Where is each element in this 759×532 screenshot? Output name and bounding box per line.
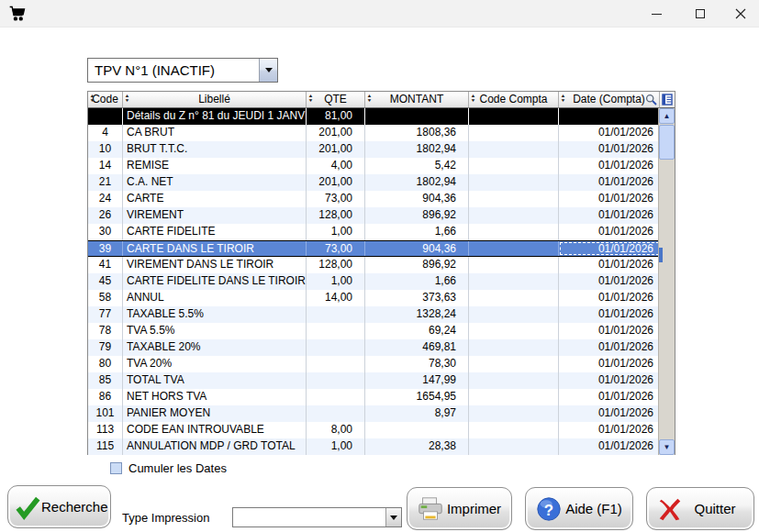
table-row[interactable]: 39CARTE DANS LE TIROIR73,00904,3601/01/2… [88, 240, 660, 257]
column-header-code[interactable]: Code [88, 92, 123, 108]
table-row[interactable]: 58ANNUL14,00373,6301/01/2026 [88, 290, 660, 306]
table-header: CodeLibelléQTEMONTANTCode ComptaDate (Co… [88, 92, 675, 108]
imprimer-button[interactable]: Imprimer [407, 487, 512, 530]
cell-code_compta [469, 141, 559, 158]
cell-libelle: CODE EAN INTROUVABLE [123, 422, 307, 438]
cell-code: 58 [88, 290, 123, 306]
cell-libelle: CA BRUT [123, 125, 307, 141]
cell-qte [307, 339, 365, 356]
cell-montant: 1802,94 [365, 174, 469, 191]
cell-date_compta: 01/01/2026 [559, 422, 660, 438]
cell-code: 26 [88, 207, 123, 224]
scroll-up-button[interactable]: ▲ [659, 108, 675, 124]
cell-code: 24 [88, 191, 123, 207]
cell-libelle: CARTE [123, 191, 307, 207]
cell-montant: 896,92 [365, 207, 469, 224]
column-header-code_compta[interactable]: Code Compta [469, 92, 559, 108]
cell-libelle: PANIER MOYEN [123, 405, 307, 422]
table-row[interactable]: 85TOTAL TVA147,9901/01/2026 [88, 372, 660, 389]
cell-qte [307, 372, 365, 389]
cell-code_compta [469, 125, 559, 141]
cell-montant: 1808,36 [365, 125, 469, 141]
type-impression-label: Type Impression [122, 511, 209, 525]
quit-x-icon [656, 495, 684, 523]
cell-qte [307, 356, 365, 372]
vertical-scrollbar[interactable]: ▲ ▼ [658, 108, 675, 455]
table-row[interactable]: 79TAXABLE 20%469,8101/01/2026 [88, 339, 660, 356]
cell-qte: 73,00 [307, 191, 365, 207]
table-row[interactable]: 14REMISE4,005,4201/01/2026 [88, 158, 660, 174]
cell-code: 115 [88, 438, 123, 455]
table-row[interactable]: 26VIREMENT128,00896,9201/01/2026 [88, 207, 660, 224]
column-header-qte[interactable]: QTE [307, 92, 365, 108]
column-header-libelle[interactable]: Libellé [123, 92, 307, 108]
table-row[interactable]: 41VIREMENT DANS LE TIROIR128,00896,9201/… [88, 257, 660, 273]
cell-libelle: TOTAL TVA [123, 372, 307, 389]
table-row[interactable]: 24CARTE73,00904,3601/01/2026 [88, 191, 660, 207]
cell-qte: 8,00 [307, 422, 365, 438]
table-row[interactable]: 77TAXABLE 5.5%1328,2401/01/2026 [88, 306, 660, 323]
cell-code_compta [469, 158, 559, 174]
cell-code_compta [469, 323, 559, 339]
cell-date_compta: 01/01/2026 [559, 273, 660, 290]
close-button[interactable] [725, 0, 756, 28]
table-row[interactable]: 30CARTE FIDELITE1,001,6601/01/2026 [88, 224, 660, 240]
cell-montant: 28,38 [365, 438, 469, 455]
cell-code: 77 [88, 306, 123, 323]
table-row[interactable]: 101PANIER MOYEN8,9701/01/2026 [88, 405, 660, 422]
cell-montant: 8,97 [365, 405, 469, 422]
cell-code: 78 [88, 323, 123, 339]
minimize-button[interactable] [641, 0, 672, 28]
cell-libelle: TAXABLE 20% [123, 339, 307, 356]
table-row[interactable]: 115ANNULATION MDP / GRD TOTAL1,0028,3801… [88, 438, 660, 455]
recherche-button[interactable]: Recherche [7, 485, 111, 528]
cumuler-dates-label: Cumuler les Dates [128, 461, 227, 475]
table-row[interactable]: 45CARTE FIDELITE DANS LE TIROIR1,001,660… [88, 273, 660, 290]
tpv-selector-dropdown-button[interactable] [259, 59, 277, 82]
sort-icon [89, 94, 95, 103]
cell-montant: 1,66 [365, 224, 469, 240]
tpv-selector[interactable]: TPV N°1 (INACTIF) [87, 58, 278, 83]
app-window: { "window": { "app_icon": "shopping-cart… [0, 0, 759, 532]
type-impression-select[interactable] [232, 507, 402, 527]
table-row[interactable]: 86NET HORS TVA1654,9501/01/2026 [88, 389, 660, 405]
scroll-down-button[interactable]: ▼ [659, 439, 675, 455]
cell-qte: 4,00 [307, 158, 365, 174]
scrollbar-thumb[interactable] [659, 125, 675, 160]
magnifier-icon[interactable] [645, 94, 657, 105]
chevron-down-icon [390, 515, 397, 520]
cell-date_compta: 01/01/2026 [559, 405, 660, 422]
quitter-label: Quitter [684, 501, 753, 516]
cell-code: 41 [88, 257, 123, 273]
table-row[interactable]: 4CA BRUT201,001808,3601/01/2026 [88, 125, 660, 141]
table-row[interactable]: 80TVA 20%78,3001/01/2026 [88, 356, 660, 372]
aide-label: Aide (F1) [563, 501, 632, 516]
help-icon: ? [535, 495, 563, 523]
table-options-button[interactable] [660, 92, 675, 108]
cell-qte: 201,00 [307, 174, 365, 191]
column-header-montant[interactable]: MONTANT [365, 92, 469, 108]
cell-date_compta: 01/01/2026 [559, 125, 660, 141]
cell-code: 86 [88, 389, 123, 405]
cell-libelle: C.A. NET [123, 174, 307, 191]
cell-date_compta: 01/01/2026 [559, 356, 660, 372]
table-row[interactable]: 21C.A. NET201,001802,9401/01/2026 [88, 174, 660, 191]
cell-date_compta: 01/01/2026 [559, 323, 660, 339]
cell-date_compta: 01/01/2026 [559, 158, 660, 174]
cell-qte: 128,00 [307, 257, 365, 273]
table-row[interactable]: 113CODE EAN INTROUVABLE8,0001/01/2026 [88, 422, 660, 438]
cumuler-dates-checkbox[interactable] [110, 462, 122, 474]
table-row[interactable]: 78TVA 5.5%69,2401/01/2026 [88, 323, 660, 339]
maximize-button[interactable] [685, 0, 716, 28]
column-header-date_compta[interactable]: Date (Compta) [559, 92, 660, 108]
table-row[interactable]: Détails du Z n° 81 du JEUDI 1 JANVIER81,… [88, 108, 660, 125]
sort-icon [307, 94, 314, 103]
aide-button[interactable]: ? Aide (F1) [525, 487, 633, 530]
type-impression-dropdown-button[interactable] [385, 508, 401, 526]
quitter-button[interactable]: Quitter [646, 487, 754, 530]
cell-montant: 147,99 [365, 372, 469, 389]
cell-code: 39 [88, 241, 123, 256]
cell-montant: 896,92 [365, 257, 469, 273]
cell-date_compta: 01/01/2026 [559, 438, 660, 455]
table-row[interactable]: 10BRUT T.T.C.201,001802,9401/01/2026 [88, 141, 660, 158]
